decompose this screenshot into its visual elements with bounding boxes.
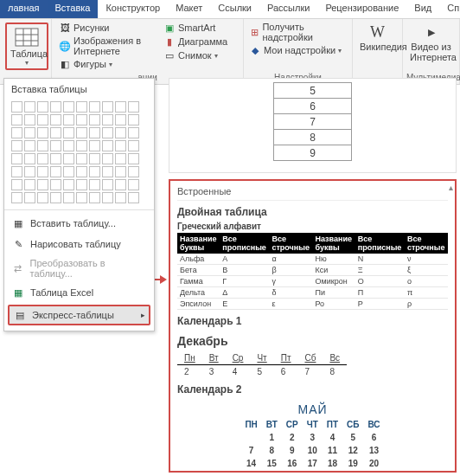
chevron-right-icon: ▸ [141,311,145,319]
wikipedia-button[interactable]: W Википедия [356,21,399,54]
shapes-button[interactable]: ◧ Фигуры▾ [57,57,162,71]
table-button[interactable]: Таблица ▾ [5,23,48,70]
grid-icon: ▦ [11,216,25,230]
insert-table-grid[interactable] [4,98,154,207]
globe-picture-icon: 🌐 [59,40,71,52]
preview-builtin-header: Встроенные [177,184,448,201]
tab-help[interactable]: Справка [439,0,460,18]
greek-alphabet-title: Греческий алфавит [177,222,448,231]
menu-quick-tables[interactable]: ▤ Экспресс-таблицы ▸ [8,305,150,325]
tab-mailings[interactable]: Рассылки [259,0,317,18]
scroll-up-icon[interactable]: ▴ [449,183,453,192]
chart-icon: ▮ [163,35,176,48]
picture-icon: 🖼 [59,22,71,34]
table-button-label: Таблица [10,48,43,59]
menu-excel-table[interactable]: ▦ Таблица Excel [4,282,154,303]
ribbon: Таблица ▾ 🖼 Рисунки 🌐 Изображения в Инте… [0,19,460,85]
tab-insert[interactable]: Вставка [48,0,99,18]
smartart-icon: ▣ [163,22,176,34]
greek-table[interactable]: Название буквыВсе прописныеВсе строчныеН… [177,233,448,310]
my-addins-button[interactable]: ◆ Мои надстройки▾ [247,43,348,57]
smartart-button[interactable]: ▣ SmartArt [162,21,240,35]
calendar-1[interactable]: Декабрь ПнВтСрЧтПтСбВс2345678 [177,331,448,378]
preview-double-table-label: Двойная таблица [177,206,448,218]
menu-convert-text: ⇄ Преобразовать в таблицу... [4,254,154,282]
tab-constructor[interactable]: Конструктор [98,0,168,18]
calendar1-month: Декабрь [177,331,448,351]
wikipedia-icon: W [366,23,390,42]
screenshot-icon: ▭ [163,49,176,61]
excel-icon: ▦ [11,286,25,299]
menu-draw-table[interactable]: ✎ Нарисовать таблицу [4,234,154,254]
tab-references[interactable]: Ссылки [210,0,259,18]
tab-view[interactable]: Вид [406,0,439,18]
table-dropdown: Вставка таблицы ▦ Вставить таблицу... ✎ … [3,78,155,331]
get-addins-button[interactable]: ⊞ Получить надстройки [247,21,348,43]
quick-tables-preview[interactable]: ▴ Встроенные Двойная таблица Греческий а… [169,179,457,473]
tab-home[interactable]: лавная [0,0,48,18]
svg-rect-0 [16,29,38,46]
pencil-icon: ✎ [11,237,25,251]
video-icon: ▶ [419,23,444,42]
table-dropdown-header: Вставка таблицы [4,82,154,98]
chevron-down-icon: ▾ [10,59,43,67]
document-sample-table: 56789 [273,82,352,161]
ribbon-tabs: лавная Вставка Конструктор Макет Ссылки … [0,0,460,19]
quick-tables-icon: ▤ [13,308,27,322]
chart-button[interactable]: ▮ Диаграмма [162,35,240,48]
tab-review[interactable]: Рецензирование [317,0,406,18]
tab-layout[interactable]: Макет [168,0,210,18]
preview-calendar2-label: Календарь 2 [177,383,448,396]
screenshot-button[interactable]: ▭ Снимок▾ [162,48,240,62]
table-icon [15,28,39,47]
preview-calendar1-label: Календарь 1 [177,315,448,327]
online-pictures-button[interactable]: 🌐 Изображения в Интернете [57,35,162,57]
online-video-button[interactable]: ▶ Видео из Интернета [406,21,456,64]
calendar-2[interactable]: МАЙ ПНВТСРЧТПТСБВС1234567891011121314151… [177,401,448,473]
addins-icon: ◆ [249,44,261,56]
calendar2-month: МАЙ [177,401,448,418]
shapes-icon: ◧ [59,58,71,70]
store-icon: ⊞ [249,26,259,38]
document-area[interactable]: 56789 [169,78,457,173]
convert-icon: ⇄ [11,261,25,275]
pictures-button[interactable]: 🖼 Рисунки [57,21,162,35]
menu-insert-table[interactable]: ▦ Вставить таблицу... [4,213,154,234]
